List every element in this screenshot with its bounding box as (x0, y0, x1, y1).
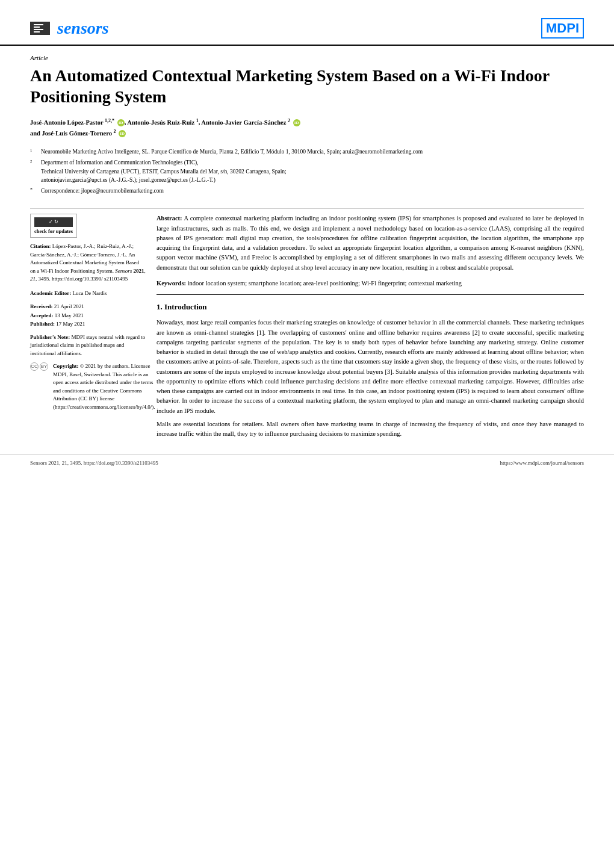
cc-license-icon: CC BY (30, 362, 49, 371)
page-header: sensors MDPI (0, 18, 614, 46)
logo-line-4 (34, 31, 40, 33)
left-column: ✓ ↻ check for updates Citation: López-Pa… (30, 214, 157, 442)
keywords-content: indoor location system; smartphone locat… (188, 280, 462, 287)
affiliation-2: 2 Department of Information and Communic… (30, 158, 584, 184)
affil-text-star: Correspondence: jlopez@neuromobilemarket… (41, 187, 164, 195)
abstract-section: Abstract: A complete contextual marketin… (157, 214, 584, 273)
received-label: Received: (30, 303, 52, 309)
abstract-label: Abstract: (157, 215, 182, 222)
sensors-logo-box (30, 22, 50, 35)
accepted-label: Accepted: (30, 312, 53, 318)
keywords-text: Keywords: indoor location system; smartp… (157, 279, 584, 288)
academic-editor-label: Academic Editor: (30, 290, 71, 296)
cc-license-block: CC BY Copyright: © 2021 by the authors. … (30, 362, 146, 411)
published-label: Published: (30, 321, 55, 327)
copyright-label: Copyright: (53, 363, 79, 369)
logo-line-1 (34, 24, 43, 25)
footer-url: https://www.mdpi.com/journal/sensors (500, 460, 584, 466)
author4-name: and José-Luis Gómez-Tornero 2 (30, 130, 116, 137)
main-content: ✓ ↻ check for updates Citation: López-Pa… (0, 214, 614, 442)
section1-paragraph1: Nowadays, most large retail companies fo… (157, 318, 584, 416)
affiliations-block: 1 Neuromobile Marketing Activo Inteligen… (0, 147, 614, 204)
check-updates-label: check for updates (34, 228, 73, 234)
article-type: Article (0, 54, 614, 61)
copyright-content: © 2021 by the authors. Licensee MDPI, Ba… (53, 363, 155, 410)
affil-text-1: Neuromobile Marketing Activo Inteligente… (41, 147, 423, 157)
affiliation-1: 1 Neuromobile Marketing Activo Inteligen… (30, 147, 584, 157)
section1-title: 1. Introduction (157, 301, 584, 313)
journal-name: sensors (57, 19, 109, 38)
keywords-label: Keywords: (157, 280, 186, 287)
author1-sup: 1,2,* (105, 117, 114, 123)
author4-sup: 2 (114, 128, 116, 134)
accepted-date: 13 May 2021 (55, 312, 84, 318)
author-names: José-Antonio López-Pastor 1,2,* ID, Anto… (30, 119, 300, 126)
citation-block: Citation: López-Pastor, J.-A.; Ruiz-Ruiz… (30, 243, 146, 284)
logo-line-2 (34, 26, 40, 28)
citation-label: Citation: (30, 243, 51, 249)
keywords-section: Keywords: indoor location system; smartp… (157, 279, 584, 288)
orcid-icon-3: ID (119, 130, 126, 137)
orcid-icon-2: ID (293, 119, 300, 126)
authors-block: José-Antonio López-Pastor 1,2,* ID, Anto… (0, 117, 614, 139)
check-for-updates-badge[interactable]: ✓ ↻ check for updates (30, 214, 77, 238)
section-divider-top (30, 208, 584, 209)
affil-num-2: 2 (30, 158, 37, 184)
affil-text-2: Department of Information and Communicat… (41, 158, 287, 184)
accepted-row: Accepted: 13 May 2021 (30, 311, 146, 320)
article-title: An Automatized Contextual Marketing Syst… (0, 65, 614, 107)
mdpi-logo: MDPI (541, 18, 584, 39)
academic-editor-block: Academic Editor: Luca De Nardis (30, 290, 146, 298)
logo-lines (34, 24, 43, 33)
section1-paragraph2: Malls are essential locations for retail… (157, 420, 584, 439)
published-date: 17 May 2021 (56, 321, 85, 327)
affil-num-star: * (30, 187, 37, 195)
by-icon-circle: BY (40, 362, 48, 371)
abstract-divider (157, 294, 584, 295)
publisher-note-block: Publisher's Note: MDPI stays neutral wit… (30, 333, 146, 358)
orcid-icon-1: ID (117, 119, 125, 126)
affil-num-1: 1 (30, 147, 37, 157)
received-row: Received: 21 April 2021 (30, 302, 146, 311)
cc-icon-circle: CC (30, 362, 39, 371)
copyright-text: Copyright: © 2021 by the authors. Licens… (53, 362, 155, 411)
abstract-content: A complete contextual marketing platform… (157, 215, 584, 270)
footer-doi: Sensors 2021, 21, 3495. https://doi.org/… (30, 460, 158, 466)
logo-line-3 (34, 29, 43, 30)
right-column: Abstract: A complete contextual marketin… (157, 214, 584, 442)
journal-logo-group: sensors (30, 19, 109, 38)
author2-sup: 1 (196, 117, 199, 123)
page-footer: Sensors 2021, 21, 3495. https://doi.org/… (0, 454, 614, 466)
check-updates-icon: ✓ ↻ (34, 217, 73, 227)
publisher-note-label: Publisher's Note: (30, 334, 70, 340)
author3-sup: 2 (288, 117, 290, 123)
dates-block: Received: 21 April 2021 Accepted: 13 May… (30, 302, 146, 328)
published-row: Published: 17 May 2021 (30, 320, 146, 328)
abstract-text: Abstract: A complete contextual marketin… (157, 214, 584, 273)
received-date: 21 April 2021 (54, 303, 84, 309)
academic-editor-name: Luca De Nardis (72, 290, 107, 296)
affiliation-correspondence: * Correspondence: jlopez@neuromobilemark… (30, 187, 584, 195)
